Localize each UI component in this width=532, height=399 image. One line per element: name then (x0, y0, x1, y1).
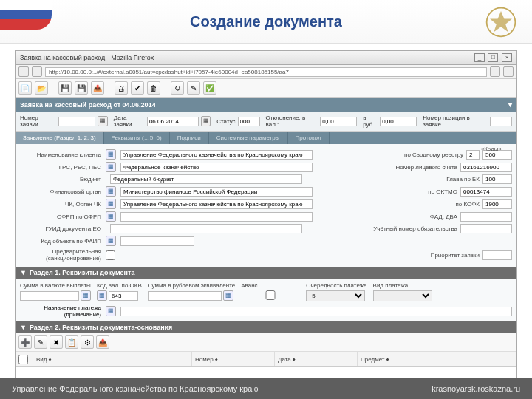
pred-label: Предварительная (санкционирование) (20, 248, 101, 262)
new-doc-icon[interactable]: 📄 (18, 81, 32, 95)
r2-input[interactable] (460, 163, 512, 172)
tab-system[interactable]: Системные параметры (209, 132, 288, 144)
forward-button[interactable] (32, 66, 42, 77)
check-icon[interactable]: ✔ (131, 81, 144, 95)
kodokb-input[interactable] (109, 291, 138, 301)
sign-icon[interactable]: ✎ (187, 81, 200, 95)
client-input[interactable] (120, 150, 313, 160)
budget-input[interactable] (110, 174, 302, 184)
chevron-down-icon: ▼ (20, 269, 27, 276)
tab-rekvizity[interactable]: Реквизиты (…5, 6) (104, 132, 170, 144)
chk-pick-icon[interactable]: ▦ (106, 199, 116, 209)
back-button[interactable] (18, 66, 29, 77)
chk-input[interactable] (120, 200, 313, 209)
grs-pick-icon[interactable]: ▦ (106, 162, 116, 172)
ochered-select[interactable]: 5 (306, 290, 365, 301)
refresh-icon[interactable]: ↻ (171, 81, 184, 95)
grs-input[interactable] (120, 163, 313, 172)
r5-input[interactable] (482, 200, 512, 209)
section2-header[interactable]: ▼ Раздел 2. Реквизиты документа-основани… (16, 321, 516, 333)
sort-icon[interactable]: ♦ (215, 356, 218, 363)
save-icon[interactable]: 💾 (58, 81, 72, 95)
ofrp-pick-icon[interactable]: ▦ (106, 211, 116, 222)
ofrp-label: ОФРП по ОФРП (20, 214, 101, 220)
form-body: «Коды» Наименование клиента ▦ по Сводном… (16, 144, 516, 267)
lineno-input[interactable] (490, 117, 512, 126)
nazn-input[interactable] (120, 307, 512, 316)
close-button[interactable]: × (502, 53, 512, 62)
address-bar: http://10.00.00.0:../#/external.a0051/au… (16, 65, 516, 79)
r6-input[interactable] (460, 212, 512, 222)
fin-pick-icon[interactable]: ▦ (106, 186, 116, 197)
rub-input[interactable] (380, 117, 417, 126)
export-row-icon[interactable]: 📤 (96, 335, 109, 349)
app-toolbar: 📄 📂 💾 💾 📤 🖨 ✔ 🗑 ↻ ✎ ✅ (16, 79, 516, 98)
select-all-checkbox[interactable] (18, 355, 28, 364)
otkl-input[interactable] (320, 117, 357, 126)
export-icon[interactable]: 📤 (91, 81, 104, 95)
r3-input[interactable] (482, 174, 512, 184)
section2-title: Раздел 2. Реквизиты документа-основания (30, 324, 172, 331)
num-pick-icon[interactable]: ▦ (98, 116, 107, 126)
emblem-icon (485, 6, 517, 38)
settings-icon[interactable]: ⚙ (81, 335, 94, 349)
avans-checkbox[interactable] (241, 290, 300, 300)
guid-input[interactable] (110, 224, 302, 233)
r1-label: по Сводному реестру (397, 151, 463, 158)
sumval-pick-icon[interactable]: ▦ (81, 290, 91, 301)
sort-icon[interactable]: ♦ (48, 356, 51, 363)
r4-input[interactable] (460, 187, 512, 197)
save-close-icon[interactable]: 💾 (75, 81, 88, 95)
col-date: Дата (278, 356, 291, 363)
maximize-button[interactable]: □ (488, 53, 498, 62)
tab-podpisi[interactable]: Подписи (170, 132, 209, 144)
lineno-label: Номер позиции в заявке (423, 115, 488, 128)
pred-checkbox[interactable] (106, 250, 115, 260)
r1-input1[interactable] (466, 150, 480, 160)
r7-input[interactable] (460, 224, 512, 233)
tab-protokol[interactable]: Протокол (288, 132, 330, 144)
client-pick-icon[interactable]: ▦ (106, 149, 116, 160)
bookmark-button[interactable] (503, 66, 514, 77)
url-input[interactable]: http://10.00.00.0:../#/external.a0051/au… (45, 67, 487, 77)
sort-icon[interactable]: ♦ (386, 356, 389, 363)
date-input[interactable] (147, 117, 199, 126)
vid-select[interactable] (373, 290, 432, 301)
prio-input[interactable] (482, 250, 512, 260)
sumval-input[interactable] (20, 291, 79, 301)
nazn-pick-icon[interactable]: ▦ (106, 306, 116, 316)
collapse-icon[interactable]: ▾ (508, 100, 512, 109)
num-input[interactable] (58, 117, 95, 126)
ofrp-input[interactable] (120, 212, 313, 222)
delete-row-icon[interactable]: ✖ (50, 335, 63, 349)
browser-window: Заявка на кассовый расход - Mozilla Fire… (15, 50, 517, 389)
tab-zayavlenie[interactable]: Заявление (Раздел 1, 2, 3) (16, 132, 104, 144)
sumrub-input[interactable] (148, 291, 222, 301)
kod-input[interactable] (120, 236, 194, 246)
open-icon[interactable]: 📂 (35, 81, 48, 95)
delete-icon[interactable]: 🗑 (147, 81, 160, 95)
minimize-button[interactable]: _ (474, 53, 485, 62)
section2-toolbar: ➕ ✎ ✖ 📋 ⚙ 📤 (16, 333, 516, 352)
edit-row-icon[interactable]: ✎ (34, 335, 47, 349)
kodokb-pick-icon[interactable]: ▦ (97, 290, 107, 301)
print-icon[interactable]: 🖨 (115, 81, 128, 95)
approve-icon[interactable]: ✅ (203, 81, 216, 95)
add-row-icon[interactable]: ➕ (18, 335, 32, 349)
rub-label: в руб. (363, 115, 378, 128)
fin-input[interactable] (120, 187, 313, 197)
chevron-down-icon: ▼ (20, 324, 27, 331)
calendar-icon[interactable]: ▦ (201, 116, 211, 126)
status-input[interactable] (238, 117, 260, 126)
sumrub-pick-icon[interactable]: ▦ (223, 290, 233, 301)
ochered-label: Очерёдность платежа (306, 282, 366, 289)
copy-row-icon[interactable]: 📋 (65, 335, 78, 349)
window-title: Заявка на кассовый расход - Mozilla Fire… (20, 54, 154, 61)
section1-header[interactable]: ▼ Раздел 1. Реквизиты документа (16, 267, 516, 279)
status-label: Статус (216, 118, 235, 125)
reload-button[interactable] (490, 66, 500, 77)
kod-pick-icon[interactable]: ▦ (106, 236, 116, 246)
document-title: Заявка на кассовый расход от 04.06.2014 (20, 101, 156, 109)
sort-icon[interactable]: ♦ (293, 356, 296, 363)
r5-label: по КОФК (413, 201, 480, 208)
